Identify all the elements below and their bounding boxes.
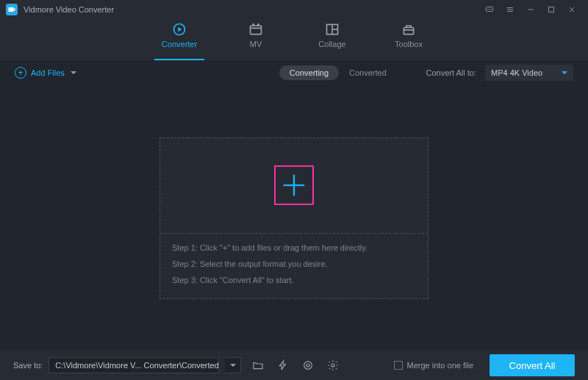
toolbar: + Add Files Converting Converted Convert… [0, 60, 588, 85]
svg-point-15 [258, 24, 259, 25]
mv-icon [247, 22, 265, 37]
svg-point-4 [491, 9, 492, 10]
conversion-state-segment: Converting Converted [279, 65, 397, 80]
add-file-plus-button[interactable] [274, 165, 314, 205]
step3-text: Step 3: Click "Convert All" to start. [172, 275, 416, 285]
convert-all-to-label: Convert All to: [426, 68, 476, 77]
minimize-button[interactable] [520, 0, 541, 19]
converted-tab[interactable]: Converted [339, 65, 397, 80]
svg-point-25 [331, 364, 334, 367]
merge-checkbox[interactable]: Merge into one file [394, 361, 474, 370]
close-button[interactable] [562, 0, 582, 19]
svg-point-3 [490, 9, 490, 10]
svg-point-23 [304, 362, 312, 370]
main-tabs: Converter MV Collage Toolbox [0, 19, 588, 60]
step2-text: Step 2: Select the output format you des… [172, 259, 416, 269]
tab-collage[interactable]: Collage [307, 22, 357, 60]
svg-rect-13 [251, 26, 262, 35]
tab-label: MV [250, 40, 262, 49]
main-area: Step 1: Click "+" to add files or drag t… [0, 85, 588, 351]
chevron-down-icon [230, 364, 236, 367]
dropzone-instructions: Step 1: Click "+" to add files or drag t… [160, 234, 428, 298]
menu-icon[interactable] [500, 0, 520, 19]
svg-point-2 [488, 9, 489, 10]
converter-icon [171, 22, 188, 37]
dropzone[interactable]: Step 1: Click "+" to add files or drag t… [159, 137, 429, 299]
plus-circle-icon: + [15, 67, 26, 79]
app-logo [6, 4, 18, 15]
titlebar: Vidmore Video Converter [0, 0, 588, 19]
tab-label: Converter [162, 40, 197, 49]
tab-mv[interactable]: MV [231, 22, 281, 60]
save-path-field[interactable]: C:\Vidmore\Vidmore V... Converter\Conver… [49, 357, 219, 373]
add-files-button[interactable]: + Add Files [15, 67, 76, 79]
save-path-dropdown[interactable] [225, 357, 241, 373]
bottom-bar: Save to: C:\Vidmore\Vidmore V... Convert… [0, 351, 588, 380]
svg-rect-19 [404, 28, 413, 35]
feedback-icon[interactable] [479, 0, 500, 19]
chevron-down-icon [71, 71, 76, 74]
tab-toolbox[interactable]: Toolbox [384, 22, 434, 60]
save-to-label: Save to: [13, 361, 43, 370]
chevron-down-icon [562, 71, 567, 74]
tab-label: Collage [318, 40, 345, 49]
convert-all-button[interactable]: Convert All [490, 354, 575, 376]
svg-rect-0 [9, 7, 14, 12]
toolbox-icon [400, 22, 417, 37]
step1-text: Step 1: Click "+" to add files or drag t… [172, 243, 416, 253]
format-selected-label: MP4 4K Video [491, 68, 542, 77]
svg-point-14 [253, 24, 254, 25]
tab-converter[interactable]: Converter [154, 22, 204, 60]
svg-rect-9 [549, 7, 554, 12]
open-folder-button[interactable] [250, 357, 266, 373]
checkbox-icon [394, 361, 403, 370]
high-speed-toggle[interactable] [300, 357, 316, 373]
app-title: Vidmore Video Converter [24, 5, 114, 14]
collage-icon [323, 22, 341, 37]
output-format-dropdown[interactable]: MP4 4K Video [485, 65, 573, 81]
converting-tab[interactable]: Converting [279, 65, 339, 80]
dropzone-top [160, 138, 428, 234]
merge-label: Merge into one file [407, 361, 474, 370]
tab-label: Toolbox [395, 40, 423, 49]
settings-button[interactable] [325, 357, 341, 373]
maximize-button[interactable] [541, 0, 562, 19]
svg-point-24 [306, 364, 309, 367]
hw-accel-toggle[interactable] [275, 357, 291, 373]
add-files-label: Add Files [31, 68, 65, 77]
